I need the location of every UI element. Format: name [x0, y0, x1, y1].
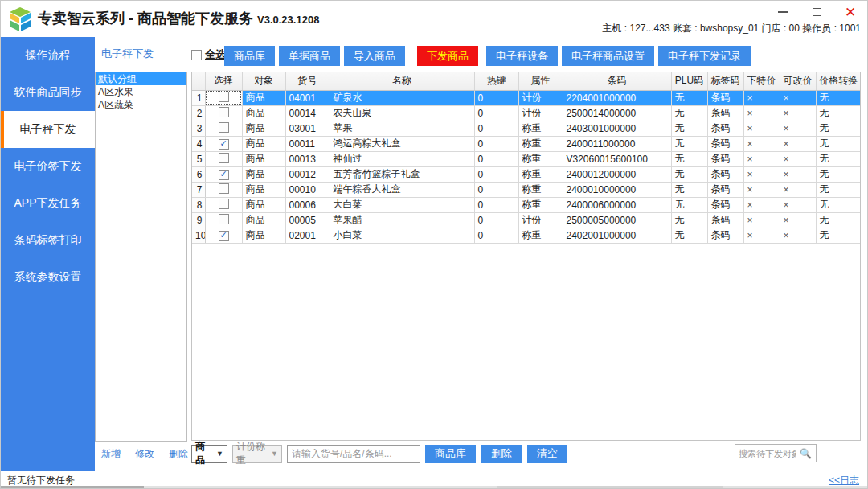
row-checkbox[interactable] [219, 107, 229, 117]
cell-plu: 无 [671, 90, 707, 105]
toolbar-button-6[interactable]: 电子秤商品设置 [562, 46, 654, 66]
toolbar-button-3[interactable]: 导入商品 [344, 46, 405, 66]
row-checkbox[interactable] [219, 139, 229, 150]
table-row[interactable]: 10商品02001小白菜0称重2402001000000无条码××无 [192, 228, 861, 243]
row-checkbox[interactable] [219, 183, 229, 194]
pending-search-input[interactable] [735, 449, 800, 458]
row-checkbox[interactable] [219, 170, 229, 180]
group-action-3[interactable]: 删除 [169, 447, 188, 461]
table-row[interactable]: 2商品00014农夫山泉0计份2500014000000无条码××无 [192, 105, 861, 121]
sidebar-item-6[interactable]: 条码标签打印 [1, 222, 95, 259]
group-item-3[interactable]: A区蔬菜 [96, 98, 186, 111]
table-row[interactable]: 9商品00005苹果醋0计份2500005000000无条码××无 [192, 212, 861, 228]
toolbar-button-2[interactable]: 单据商品 [279, 46, 340, 66]
cell-convert: 无 [816, 166, 861, 182]
cell-barcode: V32060015600100 [563, 151, 671, 166]
cell-plu: 无 [671, 212, 707, 228]
row-number: 8 [192, 197, 205, 212]
column-header-4[interactable]: 名称 [330, 72, 474, 90]
table-row[interactable]: 6商品00012五芳斋竹篮粽子礼盒0称重2400012000000无条码××无 [192, 166, 861, 182]
group-action-1[interactable]: 新增 [101, 447, 121, 461]
sidebar-item-4[interactable]: 电子价签下发 [1, 148, 95, 185]
column-header-9[interactable]: 标签码 [707, 72, 743, 90]
cell-editable: × [780, 166, 816, 182]
sidebar-item-5[interactable]: APP下发任务 [1, 185, 95, 222]
row-select-cell[interactable] [205, 136, 242, 151]
group-item-1[interactable]: 默认分组 [96, 72, 186, 85]
group-action-2[interactable]: 修改 [135, 447, 154, 461]
table-row[interactable]: 3商品03001苹果0称重2403001000000无条码××无 [192, 121, 861, 136]
row-select-cell[interactable] [205, 212, 242, 228]
column-header-12[interactable]: 价格转换 [816, 72, 861, 90]
select-all-checkbox[interactable]: 全选 [191, 47, 226, 62]
sidebar-item-7[interactable]: 系统参数设置 [1, 259, 95, 296]
cell-name: 苹果 [330, 121, 474, 136]
object-type-select[interactable]: 商品▼ [191, 445, 227, 463]
toolbar-button-1[interactable]: 商品库 [224, 46, 275, 66]
cell-attr: 称重 [518, 136, 563, 151]
title-bar: 专卖智云系列 - 商品智能下发服务 V3.0.23.1208 ✕ 主机 : 12… [1, 1, 868, 37]
column-header-5[interactable]: 热键 [474, 72, 518, 90]
column-header-3[interactable]: 货号 [285, 72, 330, 90]
app-title: 专卖智云系列 - 商品智能下发服务 V3.0.23.1208 [38, 9, 319, 28]
row-checkbox[interactable] [219, 231, 229, 241]
sidebar-item-3[interactable]: 电子秤下发 [1, 111, 95, 148]
toolbar-button-7[interactable]: 电子秤下发记录 [658, 46, 751, 66]
column-header-8[interactable]: PLU码 [671, 72, 707, 90]
row-select-cell[interactable] [205, 197, 242, 212]
row-checkbox[interactable] [219, 92, 229, 102]
cell-code: 00014 [285, 105, 330, 121]
footer-button-1[interactable]: 商品库 [425, 445, 476, 463]
row-checkbox[interactable] [219, 153, 229, 163]
column-header-6[interactable]: 属性 [518, 72, 563, 90]
footer-button-2[interactable]: 删除 [481, 445, 522, 463]
attr-filter-select[interactable]: 计份称重▼ [232, 445, 282, 463]
row-select-cell[interactable] [205, 151, 242, 166]
item-search-input[interactable] [287, 445, 420, 463]
cell-attr: 称重 [518, 197, 563, 212]
row-select-cell[interactable] [205, 105, 242, 121]
cell-convert: 无 [816, 182, 861, 197]
row-select-cell[interactable] [205, 182, 242, 197]
minimize-button[interactable] [772, 4, 793, 20]
cell-object: 商品 [242, 182, 285, 197]
row-select-cell[interactable] [205, 121, 242, 136]
column-header-10[interactable]: 下特价 [743, 72, 780, 90]
cell-plu: 无 [671, 166, 707, 182]
product-table: 选择对象货号名称热键属性条码PLU码标签码下特价可改价价格转换 1商品04001… [192, 72, 861, 244]
row-select-cell[interactable] [205, 90, 242, 105]
close-button[interactable]: ✕ [840, 4, 861, 20]
cell-editable: × [780, 212, 816, 228]
cell-name: 农夫山泉 [330, 105, 474, 121]
cell-convert: 无 [816, 212, 861, 228]
maximize-button[interactable] [806, 4, 827, 20]
table-row[interactable]: 7商品00010端午粽香大礼盒0称重2400010000000无条码××无 [192, 182, 861, 197]
row-checkbox[interactable] [219, 122, 229, 133]
toolbar-button-5[interactable]: 电子秤设备 [486, 46, 558, 66]
row-select-cell[interactable] [205, 166, 242, 182]
cell-special: × [743, 151, 780, 166]
cell-name: 五芳斋竹篮粽子礼盒 [330, 166, 474, 182]
column-header-1[interactable]: 选择 [205, 72, 242, 90]
sidebar-item-1[interactable]: 操作流程 [1, 37, 95, 74]
row-checkbox[interactable] [219, 214, 229, 224]
cell-editable: × [780, 197, 816, 212]
column-header-2[interactable]: 对象 [242, 72, 285, 90]
row-checkbox[interactable] [219, 199, 229, 209]
table-row[interactable]: 1商品04001矿泉水0计份2204001000000无条码××无 [192, 90, 861, 105]
search-icon[interactable]: 🔍 [800, 448, 812, 459]
sidebar-item-2[interactable]: 软件商品同步 [1, 74, 95, 111]
footer-button-3[interactable]: 清空 [527, 445, 567, 463]
select-all-checkbox-box[interactable] [191, 50, 202, 60]
table-row[interactable]: 4商品00011鸿运高粽大礼盒0称重2400011000000无条码××无 [192, 136, 861, 151]
cell-barcode: 2402001000000 [563, 228, 671, 243]
column-header-7[interactable]: 条码 [563, 72, 671, 90]
toolbar-button-4[interactable]: 下发商品 [417, 46, 478, 66]
table-row[interactable]: 8商品00006大白菜0称重2400006000000无条码××无 [192, 197, 861, 212]
row-select-cell[interactable] [205, 228, 242, 243]
object-type-value: 商品 [195, 440, 211, 467]
table-row[interactable]: 5商品00013神仙过0称重V32060015600100无条码××无 [192, 151, 861, 166]
select-all-label: 全选 [205, 47, 226, 62]
column-header-11[interactable]: 可改价 [780, 72, 816, 90]
group-item-2[interactable]: A区水果 [96, 85, 186, 98]
